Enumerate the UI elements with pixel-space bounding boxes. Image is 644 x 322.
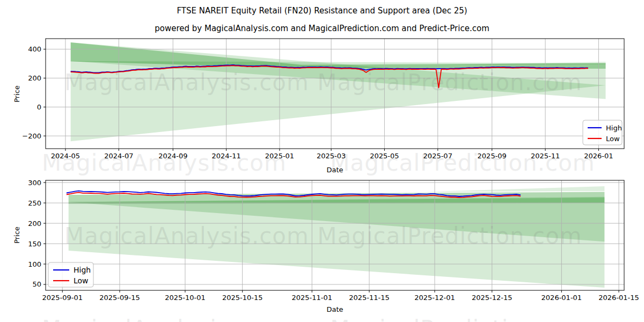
figure: MagicalAnalysis.com MagicalPrediction.co… — [0, 0, 644, 322]
svg-text:2026-01: 2026-01 — [584, 152, 613, 160]
legend-low-label: Low — [606, 135, 620, 143]
svg-text:200: 200 — [28, 74, 41, 82]
svg-text:2025-09: 2025-09 — [478, 152, 507, 160]
svg-text:2025-03: 2025-03 — [317, 152, 346, 160]
svg-text:2025-01: 2025-01 — [265, 152, 294, 160]
svg-text:2025-12-15: 2025-12-15 — [472, 294, 513, 302]
svg-text:2025-10-15: 2025-10-15 — [222, 294, 263, 302]
figure-title: FTSE NAREIT Equity Retail (FN20) Resista… — [0, 6, 644, 16]
y-axis-label-bottom: Price — [13, 226, 21, 244]
svg-text:150: 150 — [28, 240, 41, 248]
svg-text:200: 200 — [28, 219, 41, 228]
svg-text:2025-10-01: 2025-10-01 — [165, 294, 206, 302]
charts-svg: MagicalAnalysis.comMagicalPrediction.com… — [0, 0, 644, 322]
svg-text:2024-11: 2024-11 — [211, 152, 240, 160]
top-plot-area: MagicalAnalysis.comMagicalPrediction.com — [46, 39, 624, 149]
svg-text:2026-01-15: 2026-01-15 — [598, 294, 639, 302]
legend-low-label: Low — [74, 276, 89, 285]
svg-text:50: 50 — [32, 280, 41, 288]
svg-text:2026-01-01: 2026-01-01 — [541, 294, 582, 302]
x-axis-label-top: Date — [26, 166, 644, 174]
svg-text:2025-12-01: 2025-12-01 — [414, 294, 455, 302]
svg-text:2025-11-01: 2025-11-01 — [292, 294, 333, 302]
top-legend: HighLow — [583, 120, 622, 145]
svg-text:0: 0 — [37, 103, 41, 111]
svg-text:2025-09-15: 2025-09-15 — [99, 294, 140, 302]
watermark-text: MagicalPrediction.com — [317, 69, 582, 96]
top-chart: MagicalAnalysis.comMagicalPrediction.com… — [22, 39, 624, 160]
legend-high-label: High — [606, 124, 622, 132]
bottom-legend: HighLow — [48, 262, 93, 287]
watermark-text: MagicalPrediction.com — [317, 223, 582, 249]
svg-text:250: 250 — [28, 199, 41, 207]
svg-text:2024-05: 2024-05 — [51, 152, 80, 160]
svg-text:100: 100 — [28, 260, 41, 268]
x-axis-label-bottom: Date — [26, 305, 644, 313]
svg-text:2025-11: 2025-11 — [531, 152, 560, 160]
svg-text:2025-05: 2025-05 — [370, 152, 399, 160]
svg-text:400: 400 — [28, 45, 41, 53]
bottom-plot-area: MagicalAnalysis.comMagicalPrediction.com — [46, 180, 624, 290]
svg-text:2024-07: 2024-07 — [104, 152, 133, 160]
bottom-chart: MagicalAnalysis.comMagicalPrediction.com… — [28, 179, 639, 302]
legend-high-label: High — [74, 266, 91, 274]
watermark-text: MagicalAnalysis.com — [64, 223, 309, 249]
support-resistance-area — [422, 186, 604, 192]
y-axis-label-top: Price — [13, 85, 21, 103]
svg-text:300: 300 — [28, 179, 41, 187]
svg-text:2024-09: 2024-09 — [158, 152, 187, 160]
svg-text:2025-07: 2025-07 — [423, 152, 452, 160]
svg-text:2025-09-01: 2025-09-01 — [42, 294, 83, 302]
svg-text:−200: −200 — [22, 132, 41, 140]
figure-subtitle: powered by MagicalAnalysis.com and Magic… — [0, 24, 644, 33]
svg-text:2025-11-15: 2025-11-15 — [349, 294, 390, 302]
